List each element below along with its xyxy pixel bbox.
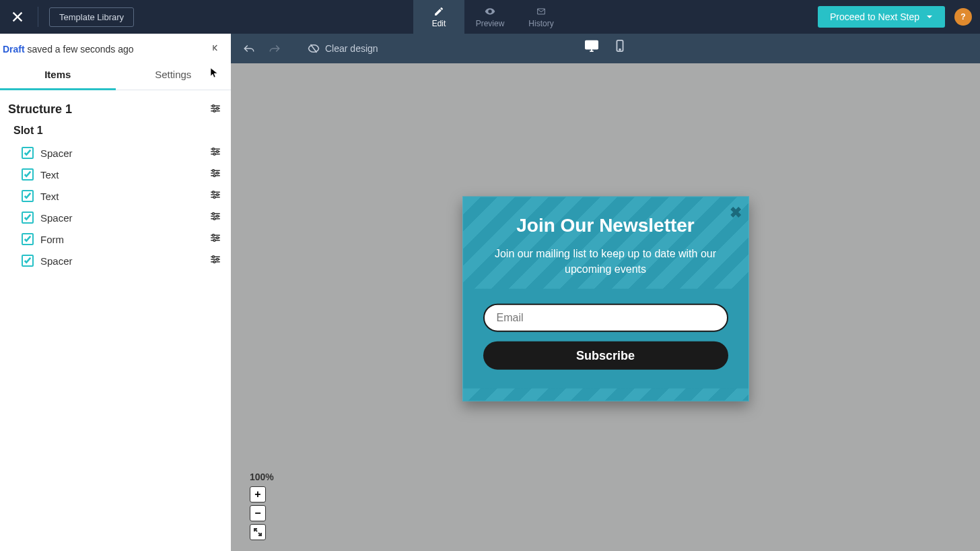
svg-point-14: [213, 218, 215, 220]
clear-icon: [308, 43, 320, 54]
design-canvas[interactable]: ✖ Join Our Newsletter Join our mailing l…: [231, 63, 980, 551]
tab-history[interactable]: History: [516, 0, 567, 34]
divider: [38, 7, 38, 27]
zoom-in-button[interactable]: +: [250, 486, 266, 503]
pencil-icon: [433, 6, 444, 17]
svg-point-10: [217, 194, 219, 196]
slot-title: Slot 1: [8, 125, 221, 137]
template-library-button[interactable]: Template Library: [49, 7, 134, 27]
item-label: Spacer: [40, 255, 73, 267]
item-settings-button[interactable]: [209, 211, 221, 224]
subscribe-button[interactable]: Subscribe: [483, 342, 728, 370]
svg-point-2: [213, 110, 215, 112]
sidebar-tab-items[interactable]: Items: [0, 61, 116, 90]
item-settings-button[interactable]: [209, 168, 221, 181]
avatar[interactable]: ?: [954, 8, 972, 26]
svg-point-7: [217, 172, 219, 174]
svg-point-16: [217, 237, 219, 239]
mobile-icon: [612, 39, 627, 53]
slot-item[interactable]: Text: [8, 164, 221, 185]
slot-item[interactable]: Text: [8, 185, 221, 207]
settings-tab-label: Settings: [155, 69, 191, 80]
sidebar-tab-settings[interactable]: Settings: [116, 61, 232, 90]
collapse-sidebar-button[interactable]: [211, 43, 221, 55]
svg-point-5: [213, 153, 215, 155]
svg-point-0: [213, 104, 215, 106]
newsletter-popup: ✖ Join Our Newsletter Join our mailing l…: [462, 197, 749, 401]
svg-point-4: [217, 151, 219, 153]
item-settings-button[interactable]: [209, 232, 221, 246]
item-label: Text: [40, 169, 59, 181]
item-checkbox[interactable]: [22, 255, 34, 267]
zoom-level: 100%: [250, 472, 274, 482]
slot-item[interactable]: Form: [8, 228, 221, 250]
tab-edit-label: Edit: [432, 19, 446, 28]
device-switcher: [584, 39, 627, 55]
eye-icon: [485, 6, 495, 17]
item-settings-button[interactable]: [209, 189, 221, 203]
cursor-icon: [209, 67, 219, 80]
svg-point-17: [213, 239, 215, 241]
undo-icon: [243, 43, 255, 54]
popup-close-button[interactable]: ✖: [730, 204, 742, 222]
item-label: Text: [40, 191, 59, 202]
svg-point-15: [213, 234, 215, 236]
item-checkbox[interactable]: [22, 168, 34, 181]
zoom-controls: 100% + −: [250, 472, 274, 540]
structure-title: Structure 1: [8, 102, 72, 117]
clear-design-button[interactable]: Clear design: [308, 43, 378, 54]
save-status: Draft saved a few seconds ago: [3, 44, 134, 55]
top-right: Proceed to Next Step ?: [818, 6, 972, 28]
svg-point-12: [213, 213, 215, 215]
svg-point-23: [619, 49, 621, 51]
svg-rect-21: [585, 41, 597, 49]
svg-point-9: [213, 191, 215, 193]
item-checkbox[interactable]: [22, 147, 34, 159]
draft-label: Draft: [3, 44, 25, 55]
tab-preview[interactable]: Preview: [464, 0, 516, 34]
item-settings-button[interactable]: [209, 146, 221, 160]
svg-point-19: [217, 259, 219, 261]
undo-button[interactable]: [243, 43, 255, 54]
zoom-out-button[interactable]: −: [250, 505, 266, 521]
redo-button[interactable]: [269, 43, 281, 54]
svg-point-6: [213, 170, 215, 172]
slot-item[interactable]: Spacer: [8, 142, 221, 164]
popup-footer-stripe: [463, 389, 748, 401]
close-button[interactable]: [8, 7, 27, 26]
svg-point-20: [213, 261, 215, 263]
tab-preview-label: Preview: [476, 19, 505, 28]
svg-point-3: [213, 148, 215, 150]
item-label: Spacer: [40, 212, 73, 224]
svg-point-11: [213, 196, 215, 198]
item-checkbox[interactable]: [22, 190, 34, 202]
email-input[interactable]: [483, 304, 728, 332]
item-checkbox[interactable]: [22, 233, 34, 245]
svg-point-18: [213, 256, 215, 258]
mobile-view-button[interactable]: [612, 39, 627, 55]
slot-item[interactable]: Spacer: [8, 250, 221, 271]
popup-subtitle: Join our mailing list to keep up to date…: [482, 246, 730, 277]
redo-icon: [269, 43, 281, 54]
tab-edit[interactable]: Edit: [413, 0, 464, 34]
tab-history-label: History: [528, 19, 553, 28]
desktop-icon: [584, 39, 599, 53]
proceed-label: Proceed to Next Step: [830, 11, 919, 22]
svg-point-8: [213, 174, 215, 176]
item-label: Form: [40, 234, 64, 245]
saved-ago: saved a few seconds ago: [25, 44, 134, 55]
proceed-button[interactable]: Proceed to Next Step: [818, 6, 945, 28]
popup-title: Join Our Newsletter: [482, 215, 730, 236]
item-settings-button[interactable]: [209, 254, 221, 267]
chevron-down-icon: [926, 13, 933, 20]
svg-point-13: [217, 216, 219, 218]
envelope-icon: [536, 6, 547, 17]
clear-design-label: Clear design: [325, 43, 378, 54]
structure-settings-button[interactable]: [209, 103, 221, 117]
slot-item[interactable]: Spacer: [8, 207, 221, 228]
top-center-tabs: Edit Preview History: [413, 0, 567, 34]
item-label: Spacer: [40, 148, 73, 159]
zoom-fit-button[interactable]: [250, 524, 266, 540]
desktop-view-button[interactable]: [584, 39, 599, 55]
item-checkbox[interactable]: [22, 212, 34, 224]
